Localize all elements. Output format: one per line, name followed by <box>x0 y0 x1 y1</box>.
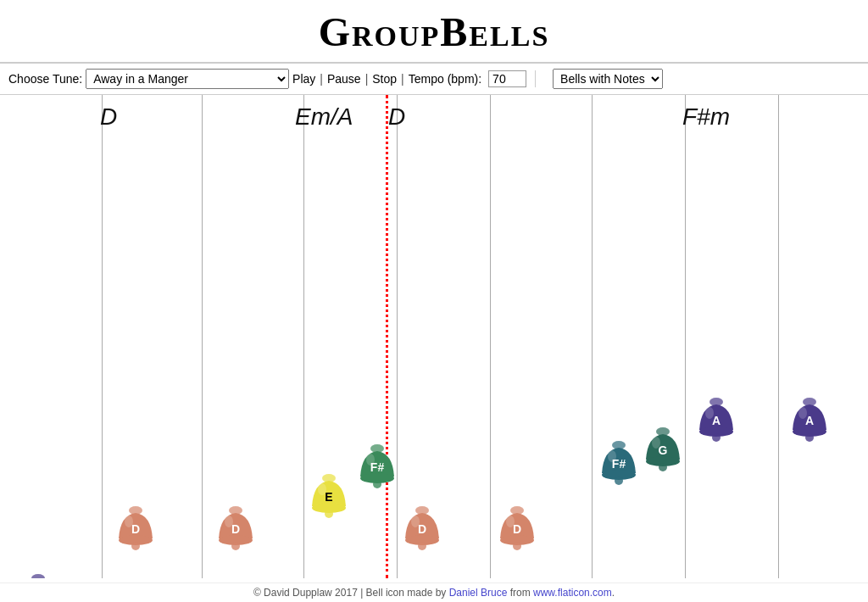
view-select[interactable]: Bells with Notes Bells only Notes only <box>553 69 663 89</box>
bell-4[interactable]: F# <box>352 436 403 491</box>
bell-8[interactable]: G <box>637 419 688 474</box>
beat-line-1 <box>202 95 203 578</box>
sep2: | <box>365 72 369 86</box>
beat-line-6 <box>685 95 686 578</box>
svg-point-52 <box>805 433 814 442</box>
stop-button[interactable]: Stop <box>372 72 397 86</box>
controls-bar: Choose Tune: Away in a Manger Play | Pau… <box>0 64 868 95</box>
svg-point-9 <box>125 516 133 527</box>
flaticon-link[interactable]: www.flaticon.com <box>533 587 612 599</box>
daniel-bruce-link[interactable]: Daniel Bruce <box>449 587 508 599</box>
svg-text:A: A <box>805 414 814 427</box>
sep1: | <box>320 72 323 86</box>
svg-text:D: D <box>231 522 240 536</box>
bell-1[interactable]: D <box>110 498 161 553</box>
svg-text:D: D <box>513 522 521 536</box>
beat-line-5 <box>592 95 593 578</box>
chord-label-0: D <box>100 103 117 131</box>
svg-point-27 <box>418 542 426 550</box>
footer-middle: from <box>507 587 533 599</box>
svg-text:D: D <box>131 522 140 536</box>
svg-point-7 <box>131 542 140 550</box>
bell-2[interactable]: D <box>210 498 261 553</box>
footer-text: © David Dupplaw 2017 | Bell icon made by <box>253 587 449 599</box>
svg-text:A: A <box>712 414 721 427</box>
svg-point-47 <box>712 433 721 442</box>
play-button[interactable]: Play <box>292 72 315 86</box>
svg-point-32 <box>513 542 521 550</box>
bell-6[interactable]: D <box>492 498 542 553</box>
svg-point-42 <box>659 463 667 471</box>
tempo-input[interactable] <box>488 70 526 87</box>
playhead <box>386 95 388 578</box>
bell-7[interactable]: F# <box>593 432 644 488</box>
svg-point-44 <box>652 437 660 449</box>
bell-3[interactable]: E <box>303 465 354 521</box>
svg-point-24 <box>366 454 375 465</box>
main-stage: DEm/ADF#m A D <box>0 95 868 578</box>
svg-point-29 <box>411 516 420 527</box>
beat-line-0 <box>102 95 103 578</box>
tempo-label: Tempo (bpm): <box>409 72 481 86</box>
svg-point-14 <box>225 516 233 527</box>
footer-end: . <box>612 587 615 599</box>
svg-point-17 <box>325 510 333 518</box>
svg-point-12 <box>231 542 240 550</box>
svg-point-39 <box>608 450 616 462</box>
bell-5[interactable]: D <box>397 498 448 553</box>
svg-point-19 <box>318 483 326 495</box>
svg-point-37 <box>615 477 623 485</box>
tune-select[interactable]: Away in a Manger <box>86 69 289 89</box>
bell-10[interactable]: A <box>784 389 835 444</box>
svg-point-54 <box>798 407 807 419</box>
chord-label-1: Em/A <box>295 103 353 131</box>
beat-line-7 <box>778 95 779 578</box>
sep3: | <box>401 72 404 86</box>
controls-divider <box>535 70 536 87</box>
svg-text:E: E <box>325 490 332 504</box>
svg-text:D: D <box>418 522 426 536</box>
app-title: GroupBells <box>0 8 868 55</box>
pause-button[interactable]: Pause <box>327 72 361 86</box>
svg-point-0 <box>31 574 45 578</box>
app-header: GroupBells <box>0 0 868 64</box>
chord-label-3: F#m <box>682 103 730 131</box>
svg-point-34 <box>506 516 515 527</box>
footer: © David Dupplaw 2017 | Bell icon made by… <box>0 582 868 602</box>
bell-9[interactable]: A <box>691 389 742 444</box>
beat-line-4 <box>490 95 491 578</box>
svg-point-49 <box>705 407 714 419</box>
chord-label-2: D <box>388 103 405 131</box>
svg-point-22 <box>373 480 381 488</box>
bell-0[interactable]: A <box>13 566 64 578</box>
choose-tune-label: Choose Tune: <box>8 72 82 86</box>
